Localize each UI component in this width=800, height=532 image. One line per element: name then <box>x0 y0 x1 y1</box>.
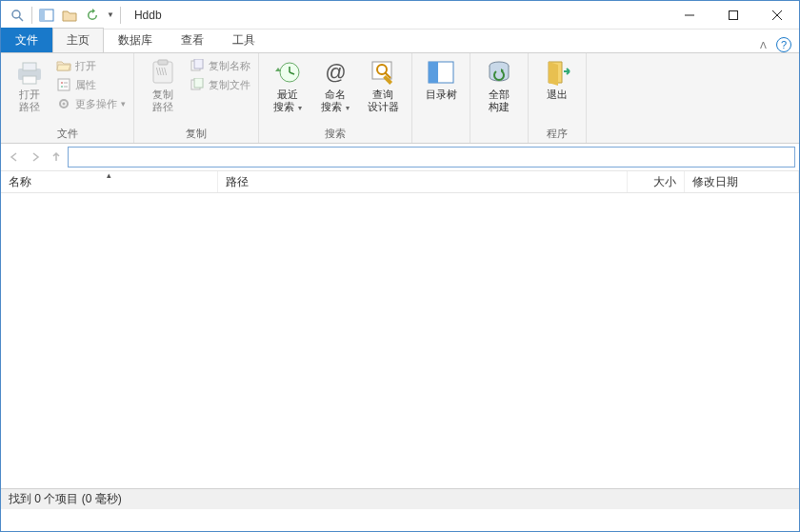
ribbon-group-dirtree: 目录树 <box>412 53 470 143</box>
svg-rect-34 <box>429 62 438 83</box>
svg-rect-9 <box>23 63 36 70</box>
arrow-up-icon <box>50 151 62 163</box>
maximize-icon <box>729 10 738 20</box>
copy-path-button[interactable]: \\\\ 复制 路径 <box>140 55 186 115</box>
printer-icon <box>14 57 45 88</box>
panel-tree-icon <box>426 57 456 88</box>
button-label: 查询 设计器 <box>368 89 399 113</box>
ribbon-group-copy: \\\\ 复制 路径 复制名称 复制文件 复制 <box>134 53 259 143</box>
more-actions-button[interactable]: 更多操作 ▾ <box>54 95 128 112</box>
button-label: 属性 <box>75 78 96 92</box>
svg-rect-24 <box>194 78 203 88</box>
search-input[interactable] <box>68 147 795 167</box>
ribbon-group-file: 打开 路径 打开 属性 更多操作 ▾ 文件 <box>1 53 134 143</box>
gear-icon <box>56 96 71 111</box>
chevron-down-icon: ▾ <box>298 104 302 112</box>
list-header: 名称 ▴ 路径 大小 修改日期 <box>1 170 799 193</box>
svg-rect-11 <box>58 79 70 90</box>
tab-file[interactable]: 文件 <box>1 28 52 52</box>
folder-open-icon <box>56 58 71 73</box>
button-label: 更多操作 <box>75 97 117 111</box>
group-label <box>439 129 442 143</box>
button-label: 目录树 <box>426 89 457 101</box>
qat-dropdown[interactable]: ▼ <box>105 10 116 19</box>
svg-point-0 <box>12 10 20 18</box>
svg-point-12 <box>61 82 63 84</box>
open-button[interactable]: 打开 <box>54 57 128 74</box>
arrow-right-icon <box>29 150 42 164</box>
navigation-bar <box>1 144 799 170</box>
qat-panel-button[interactable] <box>36 5 57 26</box>
clock-back-icon <box>272 57 303 88</box>
results-list[interactable] <box>1 193 799 488</box>
button-label: 退出 <box>547 89 568 101</box>
refresh-icon <box>86 9 99 22</box>
database-refresh-icon <box>484 57 514 88</box>
dirtree-button[interactable]: 目录树 <box>418 55 464 103</box>
button-label: 最近 搜索 ▾ <box>273 89 301 113</box>
help-button[interactable]: ? <box>776 37 791 52</box>
minimize-button[interactable] <box>668 1 711 30</box>
titlebar: ▼ Hddb <box>1 1 799 30</box>
nav-back-button[interactable] <box>5 148 24 167</box>
exit-icon <box>542 57 572 88</box>
properties-icon <box>56 77 71 92</box>
tab-tools[interactable]: 工具 <box>218 28 270 52</box>
exit-button[interactable]: 退出 <box>534 55 580 103</box>
copy-file-button[interactable]: 复制文件 <box>188 76 252 93</box>
tab-view[interactable]: 查看 <box>167 28 218 52</box>
copy-name-button[interactable]: 复制名称 <box>188 57 252 74</box>
folder-icon <box>62 9 77 22</box>
chevron-down-icon: ▾ <box>346 104 350 112</box>
svg-rect-10 <box>23 76 36 84</box>
qat-refresh-button[interactable] <box>82 5 103 26</box>
ribbon-group-program: 退出 程序 <box>529 53 587 143</box>
status-bar: 找到 0 个项目 (0 毫秒) <box>1 488 799 509</box>
sort-asc-icon: ▴ <box>107 170 111 180</box>
panel-icon <box>39 9 54 22</box>
minimize-icon <box>685 10 694 20</box>
chevron-down-icon: ▾ <box>121 99 126 108</box>
collapse-ribbon-button[interactable]: ᐱ <box>760 40 767 50</box>
query-designer-icon <box>368 57 398 88</box>
copy-name-icon <box>190 58 205 73</box>
group-label: 文件 <box>57 127 78 143</box>
group-label <box>497 129 500 143</box>
nav-up-button[interactable] <box>47 148 66 167</box>
open-path-button[interactable]: 打开 路径 <box>7 55 52 115</box>
at-icon: @ <box>320 57 350 88</box>
svg-line-1 <box>19 17 23 21</box>
arrow-left-icon <box>8 150 21 164</box>
qat-search-button[interactable] <box>7 5 28 26</box>
button-label: 打开 路径 <box>19 89 40 113</box>
svg-rect-19 <box>158 60 168 65</box>
column-label: 修改日期 <box>692 174 738 190</box>
column-header-path[interactable]: 路径 <box>218 171 628 192</box>
qat-folder-button[interactable] <box>59 5 80 26</box>
column-header-size[interactable]: 大小 <box>628 171 685 192</box>
button-label: 复制 路径 <box>152 89 173 113</box>
properties-button[interactable]: 属性 <box>54 76 128 93</box>
svg-point-14 <box>61 86 63 88</box>
column-label: 名称 <box>9 174 31 190</box>
svg-rect-22 <box>194 59 203 69</box>
button-label: 打开 <box>75 59 96 73</box>
rebuild-all-button[interactable]: 全部 构建 <box>476 55 522 115</box>
copy-file-icon <box>190 77 205 92</box>
group-label: 程序 <box>547 127 568 143</box>
recent-search-button[interactable]: 最近 搜索 ▾ <box>265 55 310 115</box>
query-designer-button[interactable]: 查询 设计器 <box>360 55 406 115</box>
ribbon-tabs: 文件 主页 数据库 查看 工具 ᐱ ? <box>1 30 799 52</box>
named-search-button[interactable]: @ 命名 搜索 ▾ <box>312 55 358 115</box>
svg-point-17 <box>63 103 66 106</box>
group-label: 搜索 <box>325 127 346 143</box>
close-button[interactable] <box>755 1 799 30</box>
tab-home[interactable]: 主页 <box>52 28 104 52</box>
button-label: 复制文件 <box>209 78 250 92</box>
column-header-date[interactable]: 修改日期 <box>685 171 799 192</box>
tab-database[interactable]: 数据库 <box>104 28 167 52</box>
button-label: 复制名称 <box>209 59 250 73</box>
column-header-name[interactable]: 名称 ▴ <box>1 171 218 192</box>
nav-forward-button[interactable] <box>26 148 45 167</box>
maximize-button[interactable] <box>711 1 755 30</box>
